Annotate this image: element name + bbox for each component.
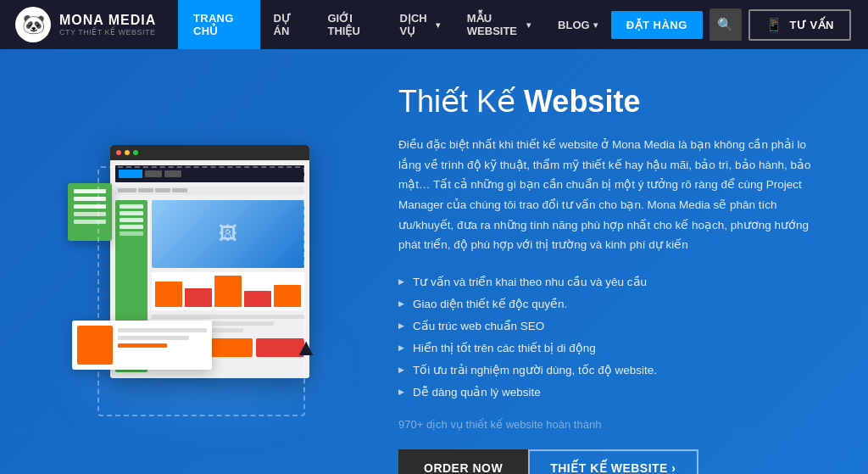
bullet-arrow-icon-3: ▶ xyxy=(398,321,404,330)
browser-titlebar xyxy=(110,145,309,160)
hero-title: Thiết Kế Website xyxy=(398,83,817,120)
hero-title-normal: Thiết Kế xyxy=(398,84,524,119)
browser-dot-green xyxy=(133,150,138,155)
bullet-arrow-icon-4: ▶ xyxy=(398,343,404,352)
mockup-header xyxy=(115,165,304,182)
orange-text-block xyxy=(118,326,207,365)
browser-dot-yellow xyxy=(125,150,130,155)
mockup-chart xyxy=(152,272,304,310)
hero-section: 🖼 xyxy=(0,49,868,474)
thiet-ke-website-button[interactable]: THIẾT KẾ WEBSITE › xyxy=(528,449,698,474)
chevron-down-icon: ▾ xyxy=(436,20,440,30)
hero-illustration: 🖼 xyxy=(51,124,356,446)
bullet-item-2: ▶ Giao diện thiết kế độc quyền. xyxy=(398,293,817,315)
bullet-item-6: ▶ Dễ dàng quản lý website xyxy=(398,381,817,403)
nav-item-blog[interactable]: BLOG ▾ xyxy=(544,0,611,49)
bullet-item-1: ▶ Tư vấn và triển khai theo nhu cầu và y… xyxy=(398,270,817,293)
float-card-orange xyxy=(72,321,212,370)
bullet-arrow-icon-2: ▶ xyxy=(398,299,404,308)
orange-image-block xyxy=(77,326,113,365)
stats-text: 970+ dịch vụ thiết kế website hoàn thành xyxy=(398,418,817,431)
logo-area[interactable]: 🐼 MONA MEDIA CTY THIẾT KẾ WEBSITE xyxy=(8,7,178,42)
phone-icon: 📱 xyxy=(765,17,783,33)
nav-item-dich-vu[interactable]: DỊCH VỤ ▾ xyxy=(387,0,453,49)
dat-hang-button[interactable]: ĐẶT HÀNG xyxy=(611,11,703,39)
brand-sub: CTY THIẾT KẾ WEBSITE xyxy=(59,28,156,36)
tu-van-button[interactable]: 📱 TƯ VẤN xyxy=(748,9,851,41)
hero-title-bold: Website xyxy=(524,84,640,119)
search-button[interactable]: 🔍 xyxy=(709,8,742,41)
nav-right: ĐẶT HÀNG 🔍 📱 TƯ VẤN xyxy=(611,8,860,41)
mockup-nav xyxy=(115,187,304,195)
hero-bullet-list: ▶ Tư vấn và triển khai theo nhu cầu và y… xyxy=(398,270,817,403)
bullet-arrow-icon: ▶ xyxy=(398,277,404,286)
nav-item-du-an[interactable]: DỰ ÁN xyxy=(260,0,314,49)
nav-item-trang-chu[interactable]: TRANG CHỦ xyxy=(178,0,260,49)
bullet-item-3: ▶ Cấu trúc web chuẩn SEO xyxy=(398,315,817,337)
nav-item-gioi-thieu[interactable]: GIỚI THIỆU xyxy=(314,0,386,49)
brand-name: MONA MEDIA xyxy=(59,13,156,28)
order-now-button[interactable]: ORDER NOW xyxy=(398,449,528,474)
cta-buttons: ORDER NOW THIẾT KẾ WEBSITE › xyxy=(398,449,817,474)
chevron-down-icon-3: ▾ xyxy=(593,20,598,30)
bullet-item-4: ▶ Hiển thị tốt trên các thiết bị di động xyxy=(398,337,817,359)
cursor-icon: ▲ xyxy=(294,334,318,361)
panda-logo-icon: 🐼 xyxy=(15,7,51,42)
nav-item-mau-website[interactable]: MẪU WEBSITE ▾ xyxy=(453,0,544,49)
bullet-arrow-icon-5: ▶ xyxy=(398,365,404,374)
mockup-image-placeholder: 🖼 xyxy=(152,200,304,268)
bullet-item-5: ▶ Tối ưu trải nghiệm người dùng, tốc độ … xyxy=(398,359,817,381)
chevron-down-icon-2: ▾ xyxy=(526,20,531,30)
bullet-arrow-icon-6: ▶ xyxy=(398,388,404,396)
float-card-green xyxy=(68,183,112,241)
nav-links: TRANG CHỦ DỰ ÁN GIỚI THIỆU DỊCH VỤ ▾ MẪU… xyxy=(178,0,611,49)
navbar: 🐼 MONA MEDIA CTY THIẾT KẾ WEBSITE TRANG … xyxy=(0,0,868,49)
hero-content: Thiết Kế Website Điều đặc biệt nhất khi … xyxy=(373,83,817,474)
logo-text: MONA MEDIA CTY THIẾT KẾ WEBSITE xyxy=(59,13,156,36)
hero-description: Điều đặc biệt nhất khi thiết kế website … xyxy=(398,135,817,255)
browser-dot-red xyxy=(116,150,121,155)
search-icon: 🔍 xyxy=(717,17,733,32)
